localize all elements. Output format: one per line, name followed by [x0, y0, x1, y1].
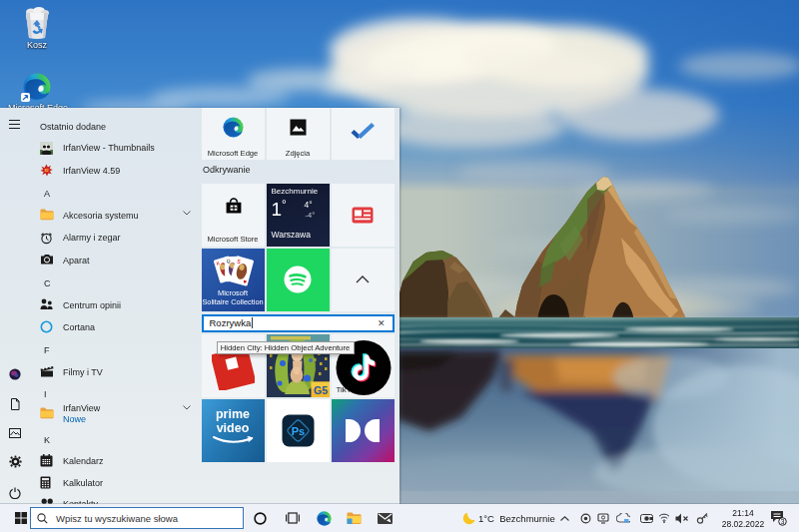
svg-text:Ps: Ps [291, 425, 304, 437]
svg-text:3: 3 [781, 518, 785, 525]
svg-text:G5: G5 [313, 384, 327, 396]
svg-text:Q: Q [226, 258, 230, 264]
svg-text:32: 32 [44, 168, 49, 173]
